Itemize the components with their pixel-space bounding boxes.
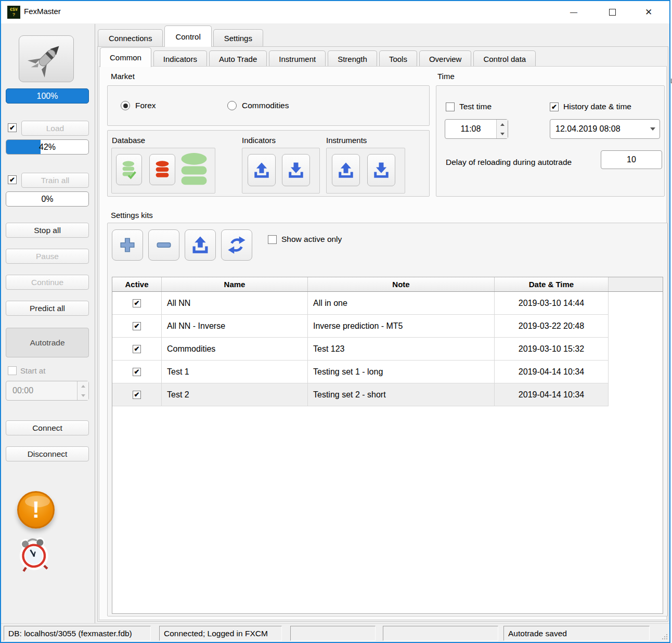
database-red-button[interactable] bbox=[149, 154, 175, 185]
app-icon-glyphs: €$¥ bbox=[7, 7, 20, 12]
show-active-only-checkbox[interactable] bbox=[268, 235, 277, 244]
instruments-upload-button[interactable] bbox=[332, 154, 360, 186]
show-active-only-label: Show active only bbox=[281, 235, 342, 244]
settings-kits-groupbox: Show active only Active Name Note Date &… bbox=[107, 223, 668, 616]
radio-commodities[interactable]: Commodities bbox=[227, 101, 289, 110]
train-all-button[interactable]: Train all bbox=[21, 173, 89, 188]
row-active-checkbox[interactable]: ✔ bbox=[133, 368, 141, 376]
pause-button[interactable]: Pause bbox=[6, 249, 89, 264]
main-tabbar: Connections Control Settings bbox=[98, 26, 263, 47]
header-active[interactable]: Active bbox=[112, 277, 162, 291]
train-progressbar: 0% bbox=[6, 191, 89, 207]
autotrade-button[interactable]: Autotrade bbox=[6, 328, 89, 357]
upload-kit-button[interactable] bbox=[185, 229, 216, 261]
load-button[interactable]: Load bbox=[21, 121, 89, 136]
disconnect-button[interactable]: Disconnect bbox=[6, 446, 89, 461]
tab-common[interactable]: Common bbox=[100, 47, 151, 67]
chevron-down-icon bbox=[650, 127, 655, 131]
history-checkbox[interactable]: ✔ bbox=[550, 102, 559, 111]
refresh-kits-button[interactable] bbox=[221, 229, 252, 261]
predict-all-button[interactable]: Predict all bbox=[6, 301, 89, 316]
start-at-checkbox[interactable] bbox=[8, 366, 17, 375]
header-datetime[interactable]: Date & Time bbox=[495, 277, 609, 291]
indicators-upload-button[interactable] bbox=[248, 154, 276, 186]
minus-icon bbox=[155, 236, 173, 254]
delay-input[interactable]: 10 bbox=[601, 150, 662, 169]
test-time-checkbox[interactable] bbox=[446, 102, 455, 111]
remove-kit-button[interactable] bbox=[148, 229, 179, 261]
delay-value: 10 bbox=[627, 155, 636, 164]
show-active-only-row[interactable]: Show active only bbox=[268, 235, 342, 244]
database-red-icon bbox=[153, 159, 172, 180]
predict-all-label: Predict all bbox=[30, 304, 65, 313]
continue-label: Continue bbox=[31, 278, 63, 287]
dart-icon bbox=[26, 40, 67, 78]
spinner-up-button[interactable] bbox=[77, 381, 88, 391]
table-row[interactable]: ✔ All NN - Inverse Inverse prediction - … bbox=[112, 315, 663, 338]
test-time-label: Test time bbox=[459, 102, 492, 111]
minimize-button[interactable]: — bbox=[562, 1, 586, 23]
table-header: Active Name Note Date & Time bbox=[112, 277, 663, 292]
time-groupbox: Test time ✔ History date & time 11:08 bbox=[436, 85, 665, 197]
status-panel-3 bbox=[290, 626, 376, 641]
continue-button[interactable]: Continue bbox=[6, 275, 89, 290]
table-row-selected[interactable]: ✔ Test 2 Testing set 2 - short 2019-04-1… bbox=[112, 383, 663, 406]
resize-grip[interactable] bbox=[660, 632, 668, 640]
indicators-download-button[interactable] bbox=[282, 154, 310, 186]
control-tab-page: Common Indicators Auto Trade Instrument … bbox=[97, 46, 668, 622]
indicators-label: Indicators bbox=[242, 136, 276, 145]
check-icon: ✔ bbox=[9, 176, 15, 184]
table-row[interactable]: ✔ Test 1 Testing set 1 - long 2019-04-14… bbox=[112, 361, 663, 383]
settings-kits-label: Settings kits bbox=[111, 211, 153, 220]
row-active-checkbox[interactable]: ✔ bbox=[133, 299, 141, 307]
tab-overview[interactable]: Overview bbox=[419, 50, 472, 67]
table-row[interactable]: ✔ Commodities Test 123 2019-03-10 15:32 bbox=[112, 338, 663, 361]
maximize-button[interactable] bbox=[600, 1, 624, 23]
tab-indicators[interactable]: Indicators bbox=[153, 50, 207, 67]
database-check-button[interactable] bbox=[116, 154, 142, 185]
app-icon-glyph2: ? bbox=[7, 12, 20, 17]
window-title: FexMaster bbox=[24, 7, 61, 16]
spinner-down-button[interactable] bbox=[497, 129, 508, 138]
row-active-checkbox[interactable]: ✔ bbox=[133, 391, 141, 399]
header-name[interactable]: Name bbox=[162, 277, 308, 291]
table-row[interactable]: ✔ All NN All in one 2019-03-10 14:44 bbox=[112, 292, 663, 315]
spinner-down-button[interactable] bbox=[77, 391, 88, 400]
history-datetime-combo[interactable]: 12.04.2019 08:08 bbox=[550, 119, 660, 139]
tab-connections[interactable]: Connections bbox=[98, 29, 163, 47]
test-time-checkbox-row[interactable]: Test time bbox=[446, 102, 492, 111]
history-checkbox-row[interactable]: ✔ History date & time bbox=[550, 102, 631, 111]
tab-control[interactable]: Control bbox=[164, 25, 211, 47]
connect-button[interactable]: Connect bbox=[6, 420, 89, 435]
forex-label: Forex bbox=[135, 101, 156, 110]
load-checkbox[interactable]: ✔ bbox=[8, 123, 17, 132]
combo-dropdown-button[interactable] bbox=[646, 127, 660, 131]
instruments-download-button[interactable] bbox=[367, 154, 395, 186]
tab-control-data[interactable]: Control data bbox=[473, 50, 536, 67]
database-label: Database bbox=[112, 136, 145, 145]
arrow-up-icon bbox=[81, 385, 85, 388]
data-io-groupbox: Database bbox=[107, 130, 430, 197]
stop-all-button[interactable]: Stop all bbox=[6, 223, 89, 238]
history-label: History date & time bbox=[563, 102, 631, 111]
tab-auto-trade[interactable]: Auto Trade bbox=[209, 50, 267, 67]
row-active-checkbox[interactable]: ✔ bbox=[133, 322, 141, 330]
tab-settings[interactable]: Settings bbox=[213, 29, 263, 47]
dart-tool-button[interactable] bbox=[19, 35, 74, 82]
header-note[interactable]: Note bbox=[308, 277, 495, 291]
train-button-label: Train all bbox=[41, 176, 70, 185]
start-at-time-value: 00:00 bbox=[6, 381, 77, 400]
radio-forex[interactable]: Forex bbox=[121, 101, 156, 110]
train-checkbox[interactable]: ✔ bbox=[8, 175, 17, 184]
tab-strength[interactable]: Strength bbox=[328, 50, 377, 67]
spinner-up-button[interactable] bbox=[497, 120, 508, 129]
tab-tools[interactable]: Tools bbox=[379, 50, 417, 67]
add-kit-button[interactable] bbox=[112, 229, 143, 261]
start-at-time-spinner[interactable]: 00:00 bbox=[6, 381, 89, 401]
close-button[interactable]: ✕ bbox=[637, 1, 661, 23]
row-active-checkbox[interactable]: ✔ bbox=[133, 345, 141, 353]
test-time-spinner[interactable]: 11:08 bbox=[445, 119, 508, 139]
tab-instrument[interactable]: Instrument bbox=[269, 50, 326, 67]
plus-icon bbox=[119, 236, 136, 254]
upload-icon bbox=[190, 235, 210, 255]
